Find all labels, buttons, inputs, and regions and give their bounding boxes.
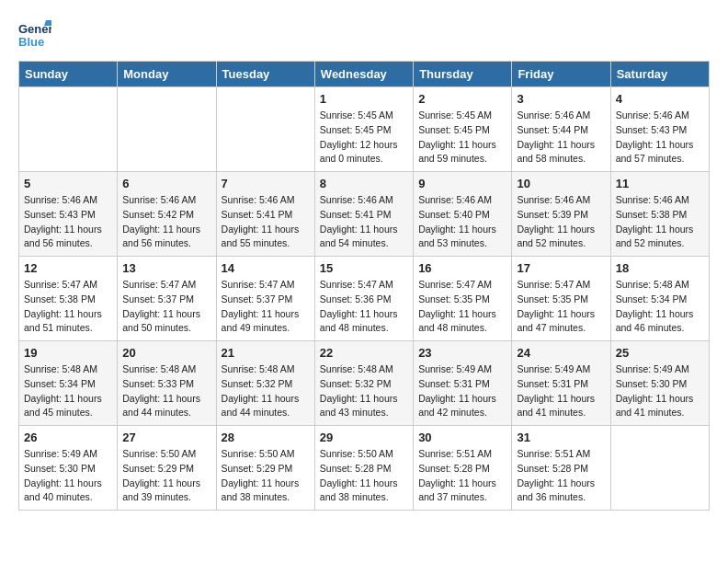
calendar-cell: 27 Sunrise: 5:50 AM Sunset: 5:29 PM Dayl… — [118, 426, 216, 511]
day-info: Sunrise: 5:48 AM Sunset: 5:34 PM Dayligh… — [24, 362, 112, 420]
day-info: Sunrise: 5:50 AM Sunset: 5:29 PM Dayligh… — [222, 447, 310, 505]
sunrise-text: Sunrise: 5:47 AM — [320, 278, 408, 293]
calendar-cell: 15 Sunrise: 5:47 AM Sunset: 5:36 PM Dayl… — [314, 257, 413, 341]
daylight-text: Daylight: 11 hours and 44 minutes. — [222, 392, 310, 421]
sunset-text: Sunset: 5:31 PM — [418, 377, 506, 392]
sunrise-text: Sunrise: 5:49 AM — [24, 447, 112, 462]
daylight-text: Daylight: 11 hours and 53 minutes. — [418, 223, 506, 252]
calendar-week-4: 26 Sunrise: 5:49 AM Sunset: 5:30 PM Dayl… — [19, 426, 710, 511]
weekday-header-thursday: Thursday — [414, 62, 512, 87]
day-number: 8 — [320, 177, 408, 190]
daylight-text: Daylight: 11 hours and 48 minutes. — [320, 307, 408, 337]
sunrise-text: Sunrise: 5:46 AM — [122, 193, 210, 208]
sunrise-text: Sunrise: 5:49 AM — [517, 362, 605, 377]
day-number: 25 — [616, 346, 704, 360]
day-number: 13 — [122, 261, 210, 275]
calendar-cell: 20 Sunrise: 5:48 AM Sunset: 5:33 PM Dayl… — [118, 341, 216, 426]
day-number: 7 — [222, 177, 310, 190]
day-info: Sunrise: 5:45 AM Sunset: 5:45 PM Dayligh… — [320, 109, 408, 167]
daylight-text: Daylight: 11 hours and 42 minutes. — [418, 392, 506, 421]
sunset-text: Sunset: 5:37 PM — [222, 293, 310, 307]
sunset-text: Sunset: 5:39 PM — [517, 208, 605, 223]
weekday-header-monday: Monday — [118, 62, 216, 87]
calendar-cell — [216, 87, 314, 172]
day-info: Sunrise: 5:51 AM Sunset: 5:28 PM Dayligh… — [418, 447, 506, 505]
sunrise-text: Sunrise: 5:48 AM — [122, 362, 210, 377]
sunrise-text: Sunrise: 5:46 AM — [616, 109, 704, 123]
day-number: 22 — [320, 346, 408, 360]
sunrise-text: Sunrise: 5:50 AM — [222, 447, 310, 462]
calendar-cell: 11 Sunrise: 5:46 AM Sunset: 5:38 PM Dayl… — [610, 172, 709, 257]
calendar-cell — [19, 87, 118, 172]
sunrise-text: Sunrise: 5:49 AM — [616, 362, 704, 377]
day-number: 20 — [122, 346, 210, 360]
day-info: Sunrise: 5:47 AM Sunset: 5:38 PM Dayligh… — [24, 278, 112, 336]
calendar-week-3: 19 Sunrise: 5:48 AM Sunset: 5:34 PM Dayl… — [19, 341, 710, 426]
sunrise-text: Sunrise: 5:48 AM — [24, 362, 112, 377]
daylight-text: Daylight: 11 hours and 58 minutes. — [517, 138, 605, 167]
day-info: Sunrise: 5:47 AM Sunset: 5:35 PM Dayligh… — [517, 278, 605, 336]
daylight-text: Daylight: 11 hours and 40 minutes. — [24, 477, 112, 506]
daylight-text: Daylight: 11 hours and 54 minutes. — [320, 223, 408, 252]
day-info: Sunrise: 5:46 AM Sunset: 5:41 PM Dayligh… — [320, 193, 408, 251]
sunrise-text: Sunrise: 5:47 AM — [418, 278, 506, 293]
calendar-cell: 25 Sunrise: 5:49 AM Sunset: 5:30 PM Dayl… — [610, 341, 709, 426]
sunrise-text: Sunrise: 5:46 AM — [616, 193, 704, 208]
day-number: 21 — [222, 346, 310, 360]
sunset-text: Sunset: 5:41 PM — [320, 208, 408, 223]
calendar-cell: 3 Sunrise: 5:46 AM Sunset: 5:44 PM Dayli… — [512, 87, 610, 172]
day-number: 17 — [517, 261, 605, 275]
sunrise-text: Sunrise: 5:46 AM — [222, 193, 310, 208]
day-info: Sunrise: 5:47 AM Sunset: 5:37 PM Dayligh… — [222, 278, 310, 336]
sunrise-text: Sunrise: 5:46 AM — [24, 193, 112, 208]
sunset-text: Sunset: 5:36 PM — [320, 293, 408, 307]
calendar-cell: 9 Sunrise: 5:46 AM Sunset: 5:40 PM Dayli… — [414, 172, 512, 257]
sunset-text: Sunset: 5:45 PM — [418, 123, 506, 138]
day-number: 12 — [24, 261, 112, 275]
sunset-text: Sunset: 5:43 PM — [24, 208, 112, 223]
calendar-week-1: 5 Sunrise: 5:46 AM Sunset: 5:43 PM Dayli… — [19, 172, 710, 257]
calendar-cell: 24 Sunrise: 5:49 AM Sunset: 5:31 PM Dayl… — [512, 341, 610, 426]
calendar-cell — [610, 426, 709, 511]
day-info: Sunrise: 5:46 AM Sunset: 5:38 PM Dayligh… — [616, 193, 704, 251]
calendar-cell: 13 Sunrise: 5:47 AM Sunset: 5:37 PM Dayl… — [118, 257, 216, 341]
calendar-cell: 19 Sunrise: 5:48 AM Sunset: 5:34 PM Dayl… — [19, 341, 118, 426]
sunrise-text: Sunrise: 5:47 AM — [517, 278, 605, 293]
sunset-text: Sunset: 5:35 PM — [418, 293, 506, 307]
day-info: Sunrise: 5:49 AM Sunset: 5:30 PM Dayligh… — [24, 447, 112, 505]
sunset-text: Sunset: 5:29 PM — [122, 462, 210, 477]
sunrise-text: Sunrise: 5:47 AM — [24, 278, 112, 293]
sunrise-text: Sunrise: 5:51 AM — [418, 447, 506, 462]
weekday-header-tuesday: Tuesday — [216, 62, 314, 87]
calendar-cell: 18 Sunrise: 5:48 AM Sunset: 5:34 PM Dayl… — [610, 257, 709, 341]
daylight-text: Daylight: 11 hours and 43 minutes. — [320, 392, 408, 421]
page-header: General Blue — [18, 18, 710, 52]
calendar-cell: 26 Sunrise: 5:49 AM Sunset: 5:30 PM Dayl… — [19, 426, 118, 511]
calendar-cell: 21 Sunrise: 5:48 AM Sunset: 5:32 PM Dayl… — [216, 341, 314, 426]
sunrise-text: Sunrise: 5:49 AM — [418, 362, 506, 377]
daylight-text: Daylight: 11 hours and 41 minutes. — [616, 392, 704, 421]
day-number: 18 — [616, 261, 704, 275]
calendar-cell: 22 Sunrise: 5:48 AM Sunset: 5:32 PM Dayl… — [314, 341, 413, 426]
day-number: 2 — [418, 92, 506, 106]
day-number: 27 — [122, 431, 210, 444]
calendar-cell: 29 Sunrise: 5:50 AM Sunset: 5:28 PM Dayl… — [314, 426, 413, 511]
weekday-header-friday: Friday — [512, 62, 610, 87]
sunrise-text: Sunrise: 5:51 AM — [517, 447, 605, 462]
sunrise-text: Sunrise: 5:48 AM — [320, 362, 408, 377]
sunset-text: Sunset: 5:28 PM — [320, 462, 408, 477]
sunset-text: Sunset: 5:30 PM — [616, 377, 704, 392]
weekday-header-wednesday: Wednesday — [314, 62, 413, 87]
sunset-text: Sunset: 5:44 PM — [517, 123, 605, 138]
sunset-text: Sunset: 5:28 PM — [517, 462, 605, 477]
day-info: Sunrise: 5:46 AM Sunset: 5:39 PM Dayligh… — [517, 193, 605, 251]
day-number: 23 — [418, 346, 506, 360]
calendar-cell: 5 Sunrise: 5:46 AM Sunset: 5:43 PM Dayli… — [19, 172, 118, 257]
day-info: Sunrise: 5:47 AM Sunset: 5:35 PM Dayligh… — [418, 278, 506, 336]
daylight-text: Daylight: 11 hours and 37 minutes. — [418, 477, 506, 506]
sunrise-text: Sunrise: 5:46 AM — [320, 193, 408, 208]
daylight-text: Daylight: 11 hours and 45 minutes. — [24, 392, 112, 421]
day-info: Sunrise: 5:46 AM Sunset: 5:44 PM Dayligh… — [517, 109, 605, 167]
sunrise-text: Sunrise: 5:48 AM — [616, 278, 704, 293]
sunset-text: Sunset: 5:28 PM — [418, 462, 506, 477]
